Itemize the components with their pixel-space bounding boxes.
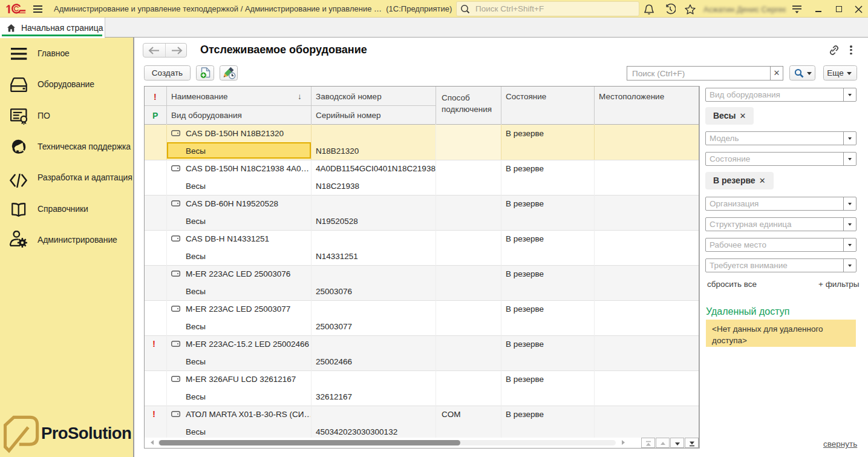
svg-text:ProSolution: ProSolution (41, 424, 131, 442)
